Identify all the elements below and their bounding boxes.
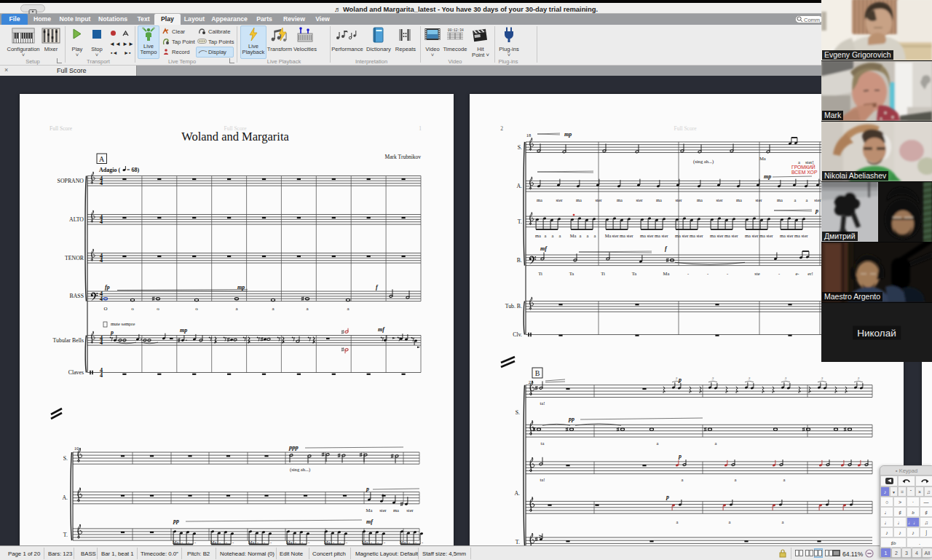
svg-text:4: 4 (100, 218, 103, 225)
svg-text:ma: ma (675, 233, 681, 238)
svg-text:3: 3 (749, 376, 751, 380)
svg-text:Ma: Ma (570, 233, 577, 238)
svg-text:mp: mp (180, 327, 187, 334)
svg-text:a: a (559, 233, 561, 238)
svg-text:-: - (232, 540, 234, 545)
svg-text:ma: ma (710, 233, 716, 238)
svg-text:ta: ta (541, 441, 545, 446)
svg-text:18: 18 (526, 133, 532, 138)
svg-text:p: p (110, 329, 114, 336)
svg-text:-: - (219, 540, 221, 545)
svg-text:ma: ma (537, 197, 542, 202)
svg-text:e-: e- (795, 271, 799, 276)
svg-text:T.: T. (63, 532, 68, 538)
svg-text:ma: ma (780, 233, 786, 238)
svg-text:Ma: Ma (286, 540, 293, 545)
svg-text:Ma: Ma (400, 540, 406, 545)
svg-text:ВСЕМ ХОР: ВСЕМ ХОР (791, 170, 818, 175)
svg-text:ster: ster (716, 197, 723, 202)
svg-text:-: - (707, 271, 708, 276)
svg-text:00:12:34: 00:12:34 (448, 28, 464, 32)
svg-text:a: a (657, 441, 659, 446)
svg-text:BASS: BASS (69, 293, 84, 299)
svg-text:fp: fp (105, 284, 110, 291)
svg-text:ster: ster (379, 508, 387, 513)
svg-text:ma: ma (759, 233, 765, 238)
svg-text:ster: ster (716, 233, 724, 238)
svg-text:ГРОМКИЙ: ГРОМКИЙ (791, 164, 816, 170)
svg-text:ster: ster (626, 233, 633, 238)
svg-text:ma: ma (777, 197, 783, 202)
svg-text:-: - (270, 540, 272, 545)
svg-text:Ma: Ma (248, 540, 255, 545)
svg-text:4: 4 (100, 339, 103, 346)
svg-text:p: p (366, 486, 369, 492)
svg-text:a: a (545, 233, 547, 238)
svg-text:p: p (815, 208, 818, 214)
svg-text:Ma: Ma (605, 233, 612, 238)
svg-text:a: a (729, 519, 731, 524)
svg-text:mp: mp (237, 284, 245, 291)
svg-text:S.: S. (63, 455, 68, 462)
svg-text:-: - (727, 271, 728, 276)
svg-text:-: - (226, 540, 227, 545)
svg-text:ster: ster (675, 197, 682, 202)
svg-text:-: - (308, 540, 309, 545)
svg-text:3: 3 (712, 376, 714, 380)
svg-text:Ta: Ta (632, 271, 637, 276)
svg-text:mf: mf (540, 245, 548, 252)
svg-text:a: a (580, 233, 582, 238)
svg-text:o: o (195, 306, 198, 312)
svg-text:a: a (552, 233, 554, 238)
svg-text:A.: A. (516, 183, 522, 189)
svg-text:Tub. B.: Tub. B. (505, 303, 522, 309)
svg-text:-: - (339, 540, 341, 545)
svg-text:Ma: Ma (366, 508, 373, 513)
svg-text:ma: ma (393, 508, 399, 513)
svg-text:a: a (715, 441, 717, 446)
svg-text:mp: mp (564, 131, 572, 138)
svg-text:ppp: ppp (288, 443, 299, 451)
svg-text:= 68): = 68) (127, 167, 140, 173)
svg-text:-: - (295, 540, 296, 545)
svg-text:-: - (408, 540, 410, 545)
svg-text:T.: T. (516, 539, 520, 545)
svg-text:ma: ma (535, 233, 541, 238)
svg-text:-: - (415, 540, 416, 545)
svg-text:ta!: ta! (540, 401, 545, 406)
svg-text:(sing ah...): (sing ah...) (693, 159, 714, 165)
svg-text:a: a (587, 233, 589, 238)
svg-text:B: B (535, 369, 540, 377)
svg-text:Tubular Bells: Tubular Bells (53, 337, 84, 344)
svg-text:-: - (194, 540, 196, 545)
svg-text:ste: ste (754, 271, 759, 276)
svg-text:ster: ster (556, 197, 563, 202)
svg-text:A.: A. (62, 494, 68, 501)
svg-text:a: a (594, 233, 596, 238)
svg-text:4: 4 (100, 257, 103, 264)
svg-text:S.: S. (516, 409, 520, 416)
svg-text:ma: ma (620, 233, 625, 238)
svg-text:3: 3 (785, 376, 787, 380)
svg-text:TENOR: TENOR (65, 255, 84, 261)
svg-text:Full Score: Full Score (674, 125, 697, 132)
svg-text:SOPRANO: SOPRANO (58, 178, 84, 184)
svg-text:A.: A. (514, 490, 520, 497)
svg-text:ma: ma (794, 233, 800, 238)
svg-text:a: a (735, 477, 737, 482)
svg-text:-: - (384, 540, 385, 545)
svg-text:B.: B. (517, 257, 522, 264)
svg-text:a: a (235, 306, 238, 312)
svg-text:Ma: Ma (173, 540, 179, 545)
svg-text:Full Score: Full Score (50, 125, 73, 132)
svg-text:a: a (783, 477, 786, 482)
svg-text:Ma: Ma (210, 540, 217, 545)
svg-text:-: - (301, 540, 303, 545)
svg-text:4: 4 (100, 372, 103, 379)
svg-text:-: - (422, 540, 423, 545)
svg-text:Adagio (: Adagio ( (99, 167, 120, 173)
svg-text:(sing ah...): (sing ah...) (290, 467, 310, 473)
svg-text:ster: ster (731, 233, 738, 238)
svg-text:f: f (665, 245, 668, 252)
svg-text:ster: ster (766, 233, 773, 238)
